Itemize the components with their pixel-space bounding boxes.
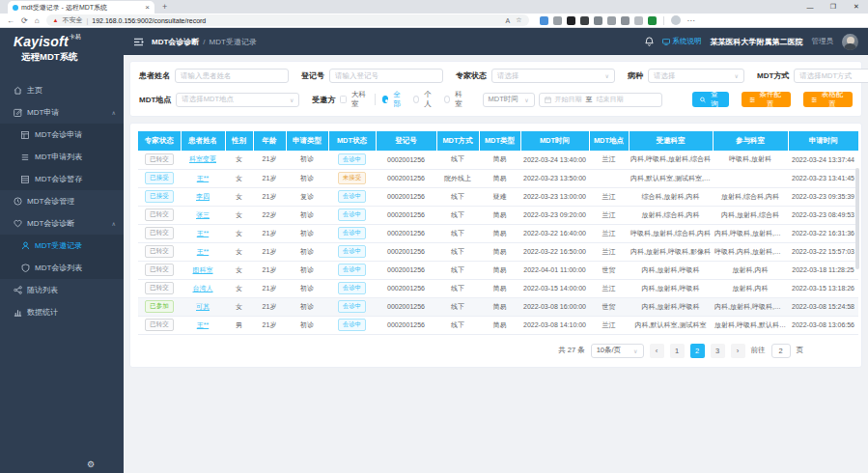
table-body: 已转交科室变更女21岁初诊会诊中0002001256线下简易2022-03-24… (138, 151, 858, 334)
patient-name-link[interactable]: 张三 (196, 211, 210, 218)
time-type-select[interactable]: MDT时间 ∨ (483, 93, 535, 107)
list-icon (20, 153, 30, 161)
sidebar-item[interactable]: 数据统计 (0, 301, 124, 323)
page-button[interactable]: 2 (690, 344, 705, 358)
next-page-button[interactable]: › (731, 344, 745, 358)
sidebar-subitem[interactable]: MDT会诊暂存 (0, 168, 124, 190)
extension-icon[interactable] (621, 16, 630, 25)
divider (663, 16, 664, 25)
extension-icon[interactable] (567, 16, 575, 25)
column-header: 专家状态 (138, 131, 181, 151)
system-help-label: 系统说明 (673, 37, 702, 46)
page-content: 患者姓名 登记号 专家状态 请选择 ∨ (124, 55, 868, 374)
big-dept-checkbox[interactable] (340, 96, 347, 103)
table-scrollbar[interactable] (855, 168, 859, 269)
mdt-location-select[interactable]: 请选择MDT地点 ∨ (176, 93, 299, 107)
goto-suffix: 页 (797, 346, 804, 355)
sidebar-subitem[interactable]: MDT会诊申请 (0, 124, 124, 146)
menu-collapse-icon[interactable] (133, 38, 144, 46)
condition-config-button[interactable]: 条件配置 (742, 92, 791, 107)
sidebar-item[interactable]: MDT会诊诊断∧ (0, 212, 124, 235)
radio-personal[interactable] (413, 96, 420, 103)
window-maximize-button[interactable]: ❐ (822, 0, 845, 14)
radio-dept[interactable] (444, 96, 451, 103)
home-icon[interactable]: ⌂ (35, 16, 40, 25)
patient-name-input[interactable] (175, 69, 289, 83)
browser-menu-icon[interactable]: ⋯ (687, 16, 696, 25)
reg-no-input[interactable] (329, 69, 443, 83)
browser-profile-avatar[interactable] (671, 15, 681, 25)
table-row: 已转交王**女21岁初诊会诊中0002001256线下简易2022-03-22 … (138, 242, 858, 261)
goto-page-input[interactable] (771, 344, 791, 358)
sidebar-item-label: 主页 (27, 85, 42, 96)
page-button[interactable]: 3 (711, 344, 725, 358)
sidebar-subitem[interactable]: MDT受邀记录 (0, 235, 124, 257)
table-config-button[interactable]: 表格配置 (803, 92, 853, 107)
prev-page-button[interactable]: ‹ (650, 344, 664, 358)
browser-address-bar: ← ⟳ ⌂ ▲ 不安全 | 192.168.0.156:9002/consult… (0, 14, 868, 28)
extension-icon[interactable] (580, 16, 589, 25)
refresh-icon[interactable]: ⟳ (21, 16, 28, 25)
query-button[interactable]: 查询 (692, 92, 729, 107)
extension-icon[interactable] (540, 16, 548, 25)
status-badge: 会诊中 (338, 245, 367, 257)
browser-tab[interactable]: mdt受邀记录 - 远程MDT系统 × (8, 1, 154, 14)
chevron-down-icon: ∨ (633, 348, 637, 354)
date-range-picker[interactable]: 开始日期 至 结束日期 (539, 93, 662, 107)
date-separator: 至 (586, 95, 593, 104)
extension-icon[interactable] (607, 16, 616, 25)
back-icon[interactable]: ← (7, 16, 14, 25)
patient-name-link[interactable]: 科室变更 (189, 155, 216, 162)
page-size-value: 10条/页 (597, 346, 621, 355)
column-header: 参与科室 (713, 131, 788, 151)
window-minimize-button[interactable]: — (798, 0, 822, 14)
page-button[interactable]: 1 (670, 344, 685, 358)
status-badge: 未接受 (338, 172, 367, 183)
patient-name-link[interactable]: 图科室 (193, 266, 213, 273)
patient-name-link[interactable]: 李四 (196, 193, 210, 200)
extension-icon[interactable] (594, 16, 602, 25)
patient-name-link[interactable]: 可其 (196, 303, 210, 310)
status-badge: 会诊中 (338, 282, 367, 293)
sidebar-item[interactable]: MDT申请∧ (0, 101, 124, 124)
sidebar-item[interactable]: 随访列表 (0, 279, 124, 301)
sidebar-item[interactable]: MDT会诊管理 (0, 190, 124, 212)
breadcrumb-parent[interactable]: MDT会诊诊断 (152, 37, 199, 47)
browser-tab-strip: mdt受邀记录 - 远程MDT系统 × + — ❐ ✕ (0, 0, 868, 14)
chart-icon (13, 308, 22, 317)
table-row: 已参加可其女21岁初诊会诊中0002001256线下简易2022-03-08 1… (138, 297, 858, 316)
user-avatar[interactable] (842, 34, 858, 50)
patient-name-link[interactable]: 王** (197, 321, 209, 328)
tab-close-icon[interactable]: × (145, 3, 150, 12)
extension-icon[interactable] (648, 16, 657, 25)
favorite-star-icon[interactable]: ☆ (516, 16, 521, 24)
window-close-button[interactable]: ✕ (845, 0, 868, 14)
chevron-down-icon: ∨ (290, 97, 294, 103)
extension-icon[interactable] (553, 16, 562, 25)
system-help-link[interactable]: 系统说明 (662, 37, 702, 46)
mdt-mode-select[interactable]: 请选择MDT方式 ∨ (794, 69, 868, 83)
sidebar-item[interactable]: 主页 (0, 79, 124, 101)
sidebar-subitem[interactable]: MDT会诊列表 (0, 257, 124, 279)
radio-all[interactable] (382, 96, 389, 103)
expert-status-select[interactable]: 请选择 ∨ (491, 69, 615, 83)
url-bar[interactable]: ▲ 不安全 | 192.168.0.156:9002/consultate/re… (46, 14, 529, 26)
read-aloud-icon[interactable]: A (506, 17, 511, 24)
favicon (13, 5, 18, 11)
patient-name-link[interactable]: 台湾人 (193, 285, 213, 292)
hospital-name: 某某医科大学附属第二医院 (711, 37, 803, 47)
radio-personal-label: 个人 (424, 90, 434, 109)
patient-name-link[interactable]: 王** (197, 230, 209, 236)
sidebar-subitem[interactable]: MDT申请列表 (0, 146, 124, 168)
chevron-up-icon: ∧ (112, 220, 116, 227)
patient-name-link[interactable]: 王** (197, 175, 209, 181)
bell-icon[interactable] (645, 33, 654, 50)
page-size-select[interactable]: 10条/页 ∨ (591, 344, 644, 358)
new-tab-button[interactable]: + (162, 2, 167, 14)
app-logo: Kayisoft卡易 (0, 28, 124, 50)
gear-icon[interactable]: ⚙ (87, 459, 95, 469)
extension-icon[interactable] (634, 16, 643, 25)
patient-name-link[interactable]: 王** (197, 248, 209, 255)
disease-select[interactable]: 请选择 ∨ (648, 69, 744, 83)
sidebar-subitem-label: MDT会诊申请 (35, 129, 82, 140)
